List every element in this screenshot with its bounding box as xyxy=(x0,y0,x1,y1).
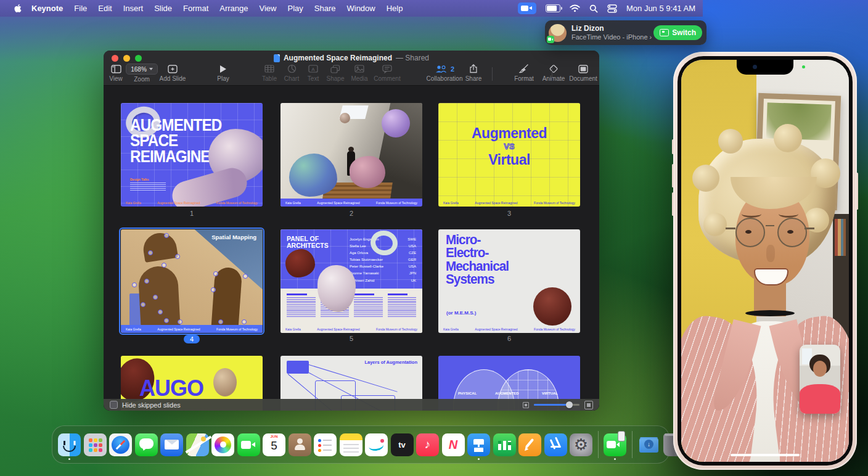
eye xyxy=(745,230,751,234)
battery-icon[interactable] xyxy=(546,4,560,12)
menu-arrange[interactable]: Arrange xyxy=(214,4,253,13)
menu-file[interactable]: File xyxy=(68,4,92,13)
arch-shadow xyxy=(137,265,180,327)
notification-title: Liz Dizon xyxy=(571,24,649,33)
tube-3d-shape xyxy=(169,165,250,207)
add-slide-button[interactable]: Add Slide xyxy=(147,64,199,82)
slide-grid: AUGMENTED SPACE REIMAGINED Design Talks … xyxy=(104,86,599,411)
sphere-3d-shape xyxy=(533,287,571,326)
thumbnail-size-slider[interactable] xyxy=(534,401,579,408)
menu-play[interactable]: Play xyxy=(282,4,308,13)
keynote-window: Augmented Space Reimagined — Shared View… xyxy=(104,51,599,411)
menu-bar-clock[interactable]: Mon Jun 5 9:41 AM xyxy=(626,4,695,13)
slide6-subtitle: (or M.E.M.S.) xyxy=(446,310,476,316)
slide-footer: Kaia Grella Augmented Space Reimagined F… xyxy=(285,327,417,331)
dock-downloads-folder-icon[interactable] xyxy=(637,433,660,456)
document-proxy-icon[interactable] xyxy=(274,54,280,62)
dock-calendar-icon[interactable]: JUN 5 xyxy=(263,433,285,456)
menu-view[interactable]: View xyxy=(254,4,282,13)
notification-text: Liz Dizon FaceTime Video - iPhone › xyxy=(571,24,649,41)
sphere-3d-shape xyxy=(382,109,410,137)
dock-keynote-icon[interactable] xyxy=(467,433,490,456)
slide-number-2: 2 xyxy=(280,210,422,217)
window-bottom-bar: Hide skipped slides xyxy=(104,399,599,411)
dock: JUN 5 tv xyxy=(52,425,669,464)
comment-button[interactable]: Comment xyxy=(361,64,413,82)
dock-facetime-iphone-continuity-icon[interactable] xyxy=(604,433,626,456)
window-title: Augmented Space Reimagined xyxy=(284,54,392,62)
slide4-title: Spatial Mapping xyxy=(211,234,256,240)
thumbnail-size-small-icon[interactable] xyxy=(523,402,529,408)
menu-bar: Keynote File Edit Insert Slide Format Ar… xyxy=(0,0,703,17)
thumbnail-size-large-icon[interactable] xyxy=(584,401,593,409)
dock-pages-icon[interactable] xyxy=(518,433,541,456)
dock-appletv-icon[interactable]: tv xyxy=(391,433,414,456)
menu-share[interactable]: Share xyxy=(309,4,342,13)
menu-edit[interactable]: Edit xyxy=(92,4,117,13)
dock-notes-icon[interactable] xyxy=(340,433,362,456)
eyebrow xyxy=(779,210,798,218)
iphone-volume-down-button xyxy=(672,192,674,216)
slide-thumbnail-2[interactable]: Kaia Grella Augmented Space Reimagined F… xyxy=(280,103,422,207)
dock-contacts-icon[interactable] xyxy=(289,433,311,456)
dock-system-settings-icon[interactable] xyxy=(570,433,592,456)
comment-icon xyxy=(382,64,392,74)
dock-mail-icon[interactable] xyxy=(160,433,183,456)
iphone-facetime-call xyxy=(673,52,857,470)
slide-thumbnail-6[interactable]: Micro- Electro- Mechanical Systems (or M… xyxy=(438,229,580,333)
dock-separator xyxy=(598,431,599,458)
dock-finder-icon[interactable] xyxy=(58,433,81,456)
dock-news-icon[interactable] xyxy=(442,433,465,456)
slide-footer: Kaia Grella Augmented Space Reimagined F… xyxy=(443,201,575,205)
iphone-notch xyxy=(737,60,793,75)
wifi-icon[interactable] xyxy=(570,4,580,12)
menu-slide[interactable]: Slide xyxy=(149,4,178,13)
slide-thumbnail-3[interactable]: Augmented VS Virtual Kaia Grella Augment… xyxy=(438,103,580,207)
control-center-icon[interactable] xyxy=(607,4,617,13)
slide-thumbnail-1[interactable]: AUGMENTED SPACE REIMAGINED Design Talks … xyxy=(121,103,263,207)
notification-subtitle: FaceTime Video - iPhone › xyxy=(571,33,649,41)
dock-facetime-icon[interactable] xyxy=(237,433,260,456)
switch-button[interactable]: Switch xyxy=(653,25,702,40)
apple-menu-icon[interactable] xyxy=(10,4,26,13)
dock-messages-icon[interactable] xyxy=(135,433,158,456)
spotlight-search-icon[interactable] xyxy=(589,4,598,13)
dock-separator xyxy=(632,431,633,458)
add-slide-icon xyxy=(168,64,178,74)
menu-app-name[interactable]: Keynote xyxy=(26,4,68,13)
menu-bar-left: Keynote File Edit Insert Slide Format Ar… xyxy=(0,4,408,13)
slider-knob[interactable] xyxy=(566,401,573,408)
slide1-paragraph: Design Talks xyxy=(130,178,168,192)
dock-launchpad-icon[interactable] xyxy=(84,433,107,456)
facetime-handoff-notification[interactable]: Liz Dizon FaceTime Video - iPhone › Swit… xyxy=(545,20,706,45)
camera-switch-icon xyxy=(660,29,669,36)
hide-skipped-slides-checkbox[interactable] xyxy=(110,401,118,409)
dock-safari-icon[interactable] xyxy=(109,433,132,456)
slide-thumbnail-4-selected[interactable]: Spatial Mapping Kaia Grella Augmented Sp… xyxy=(121,229,263,333)
slide-number-4: 4 xyxy=(121,335,263,343)
facetime-pip-self-view[interactable] xyxy=(800,345,840,414)
home-indicator[interactable] xyxy=(731,454,800,457)
dock-freeform-icon[interactable] xyxy=(365,433,388,456)
slide-thumbnail-5[interactable]: PANEL OF ARCHITECTS Jocelyn EngstromSWE … xyxy=(280,229,422,333)
blob-3d-shape xyxy=(317,265,356,312)
dock-numbers-icon[interactable] xyxy=(493,433,516,456)
play-button[interactable]: Play xyxy=(197,64,249,82)
slide-number-3: 3 xyxy=(438,210,580,217)
eye xyxy=(787,230,793,234)
dock-photos-icon[interactable] xyxy=(211,433,234,456)
menu-help[interactable]: Help xyxy=(381,4,409,13)
chevron-right-icon: › xyxy=(650,33,652,41)
menu-insert[interactable]: Insert xyxy=(118,4,149,13)
slide-number-5: 5 xyxy=(280,335,422,342)
document-button[interactable]: Document xyxy=(557,64,599,82)
dock-maps-icon[interactable] xyxy=(186,433,209,456)
menu-format[interactable]: Format xyxy=(178,4,214,13)
dock-appstore-icon[interactable] xyxy=(544,433,567,456)
dock-music-icon[interactable] xyxy=(416,433,439,456)
menu-window[interactable]: Window xyxy=(341,4,380,13)
dock-reminders-icon[interactable] xyxy=(314,433,337,456)
slide5-title: PANEL OF ARCHITECTS xyxy=(287,236,329,249)
slide-footer: Kaia Grella Augmented Space Reimagined F… xyxy=(443,327,575,331)
screen-camera-indicator-icon[interactable] xyxy=(518,2,536,14)
